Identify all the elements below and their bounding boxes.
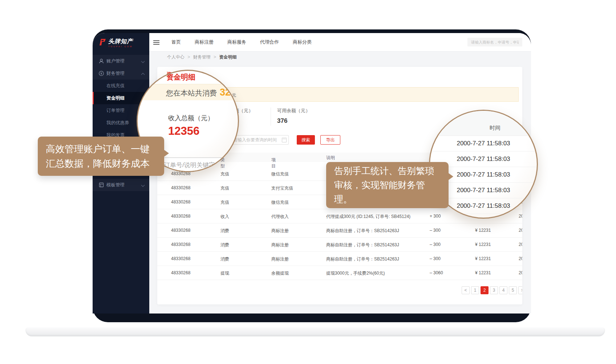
chevron-down-icon	[141, 60, 145, 63]
breadcrumb-item[interactable]: 财务管理	[193, 54, 211, 60]
search-button[interactable]: 搜索	[297, 135, 315, 145]
breadcrumb-item-current: 资金明细	[219, 54, 236, 60]
magnified-page-title: 资金明细	[166, 72, 195, 82]
sidebar-item-label: 订单管理	[106, 104, 125, 117]
stat-divider	[271, 108, 271, 126]
hamburger-menu-icon[interactable]	[153, 39, 159, 46]
table-row: 48330268提现余额提现提现3000元，手续费2%(60元)– 3060¥ …	[157, 266, 522, 280]
sidebar-item-label: 我的优惠券	[106, 117, 129, 129]
brand-logo[interactable]: 头牌知产 TOUPAI.COM	[98, 38, 133, 48]
sidebar-item-finance[interactable]: 财务管理	[93, 67, 149, 80]
sidebar-item-account[interactable]: 账户管理	[93, 55, 149, 67]
pagination-prev-button[interactable]: <	[462, 286, 470, 294]
magnified-income-label: 收入总额（元）	[168, 114, 214, 122]
laptop-base	[25, 327, 605, 336]
sidebar-item-label: 资金明细	[106, 92, 125, 104]
pagination-page-5[interactable]: 5	[509, 286, 517, 294]
callout-arrow-right-icon	[448, 173, 453, 180]
brand-name: 头牌知产	[108, 38, 133, 45]
template-icon	[98, 182, 104, 188]
callout-left: 高效管理账户订单、一键 汇总数据，降低财务成本	[38, 137, 164, 176]
header-desc: 说明	[326, 155, 335, 161]
user-icon	[98, 58, 104, 64]
magnified-time-row: 2000-7-27 11:58:03	[430, 136, 537, 151]
breadcrumb: 个人中心 > 财务管理 > 资金明细	[167, 54, 236, 60]
chevron-down-icon	[141, 183, 145, 187]
calendar-icon[interactable]	[282, 138, 287, 142]
pagination-page-3[interactable]: 3	[490, 286, 498, 294]
pagination: < 1 2 3 4 5 >	[462, 286, 522, 294]
top-nav: 首页 商标注册 商标服务 代理合作 商标分类	[149, 33, 531, 52]
brand-subname: TOUPAI.COM	[108, 45, 133, 48]
callout-arrow-right-icon	[164, 150, 169, 157]
finance-icon	[98, 70, 104, 76]
pagination-page-4[interactable]: 4	[499, 286, 507, 294]
table-row: 48330268消费商标注册商标自助注册，订单号：SB2514263J– 300…	[157, 251, 522, 266]
breadcrumb-item[interactable]: 个人中心	[167, 54, 185, 60]
nav-item-trademark-class[interactable]: 商标分类	[293, 39, 312, 45]
sidebar-item-label: 在线充值	[106, 80, 125, 92]
chevron-up-icon	[141, 73, 145, 77]
sidebar-item-template[interactable]: 模板管理	[93, 179, 149, 191]
sort-caret-icon: ∨	[272, 157, 275, 160]
callout-right: 告别手工统计、告别繁琐 审核，实现智能财务管 理。	[326, 162, 449, 208]
trademark-search-input[interactable]	[467, 38, 522, 46]
stat-balance: 可用余额（元） 376	[277, 108, 310, 125]
pagination-page-1[interactable]: 1	[471, 286, 479, 294]
nav-item-trademark-register[interactable]: 商标注册	[195, 39, 214, 45]
stage: 头牌知产 TOUPAI.COM 账户管理	[0, 0, 616, 364]
magnified-income-value: 12356	[168, 125, 199, 138]
table-row: 48330268消费商标注册商标自助注册，订单号：SB2514263J– 300…	[157, 237, 522, 252]
nav-item-home[interactable]: 首页	[171, 39, 181, 45]
brand-flag-icon	[98, 38, 106, 46]
sidebar-item-label: 账户管理	[106, 55, 125, 67]
export-button[interactable]: 导出	[320, 135, 340, 145]
table-row: 48330268消费商标注册商标自助注册，订单号：SB2514263J– 300…	[157, 223, 522, 238]
sidebar-item-label: 模板管理	[106, 179, 125, 191]
nav-item-trademark-service[interactable]: 商标服务	[227, 39, 246, 45]
magnified-banner: 您在本站共消费32124	[137, 84, 239, 100]
pagination-page-2-active[interactable]: 2	[481, 286, 489, 294]
nav-item-agent-coop[interactable]: 代理合作	[260, 39, 279, 45]
pagination-next-button[interactable]: >	[518, 286, 522, 294]
time-input[interactable]	[230, 135, 289, 145]
sidebar-item-label: 财务管理	[106, 67, 125, 80]
sidebar-item-online-recharge[interactable]: 在线充值	[93, 80, 149, 92]
